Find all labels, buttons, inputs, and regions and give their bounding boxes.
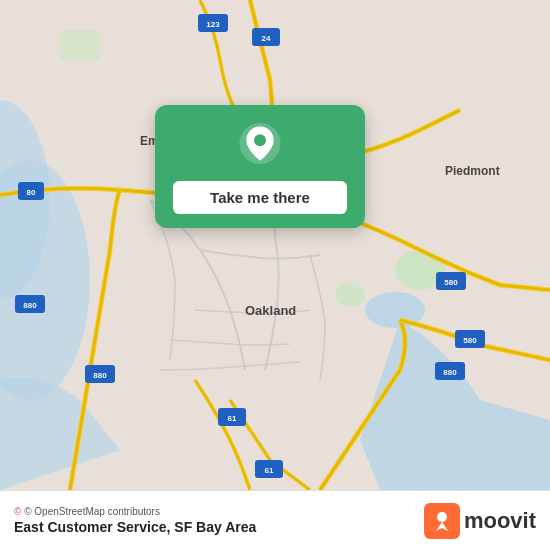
map-svg: 80 880 880 580 580 24 24 123 61 61 880 E [0, 0, 550, 490]
bottom-left-info: © © OpenStreetMap contributors East Cust… [14, 506, 256, 535]
moovit-label: moovit [464, 508, 536, 534]
osm-credit: © © OpenStreetMap contributors [14, 506, 256, 517]
svg-text:Oakland: Oakland [245, 303, 296, 318]
svg-text:61: 61 [265, 466, 274, 475]
svg-text:Piedmont: Piedmont [445, 164, 500, 178]
svg-text:580: 580 [463, 336, 477, 345]
svg-text:880: 880 [23, 301, 37, 310]
location-pin-icon [236, 123, 284, 171]
svg-text:123: 123 [206, 20, 220, 29]
take-me-there-button[interactable]: Take me there [173, 181, 347, 214]
svg-point-5 [335, 283, 365, 307]
moovit-logo: moovit [424, 503, 536, 539]
svg-point-33 [254, 134, 266, 146]
location-name: East Customer Service, SF Bay Area [14, 519, 256, 535]
map-view: 80 880 880 580 580 24 24 123 61 61 880 E [0, 0, 550, 490]
svg-text:61: 61 [228, 414, 237, 423]
svg-text:880: 880 [93, 371, 107, 380]
svg-point-35 [437, 512, 447, 522]
svg-rect-6 [60, 30, 100, 60]
svg-text:880: 880 [443, 368, 457, 377]
bottom-bar: © © OpenStreetMap contributors East Cust… [0, 490, 550, 550]
moovit-icon [424, 503, 460, 539]
svg-text:24: 24 [262, 34, 271, 43]
svg-text:80: 80 [27, 188, 36, 197]
svg-text:580: 580 [444, 278, 458, 287]
location-card: Take me there [155, 105, 365, 228]
